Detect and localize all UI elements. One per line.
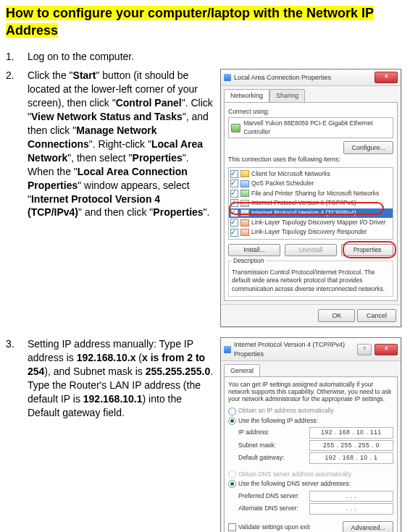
description-label: Description: [232, 257, 266, 265]
page-title-wrap: How to configure your computer/laptop wi…: [6, 4, 404, 40]
subnet-mask-field[interactable]: 255 . 255 . 255 . 0: [309, 440, 393, 451]
radio-manual-dns[interactable]: Use the following DNS server addresses:: [228, 480, 393, 488]
window-icon: [224, 346, 231, 353]
page-title: How to configure your computer/laptop wi…: [6, 6, 374, 38]
ip-address-field[interactable]: 192 . 168 . 10 . 111: [309, 427, 393, 438]
subnet-mask-label: Subnet mask:: [238, 442, 309, 449]
dialog-lan-properties: Local Area Connection Properties ✕ Netwo…: [220, 69, 401, 327]
ok-button[interactable]: OK: [318, 309, 355, 322]
step-2-text: Click the "Start" button (it should be l…: [28, 69, 220, 219]
step-1-number: 1.: [6, 50, 28, 64]
default-gateway-field[interactable]: 192 . 168 . 10 . 1: [309, 452, 393, 463]
step-3-row: 3. Setting IP address manually: Type IP …: [6, 337, 404, 532]
uninstall-button: Uninstall: [285, 244, 337, 256]
uses-items-label: This connection uses the following items…: [228, 156, 393, 164]
close-icon[interactable]: ✕: [375, 72, 398, 83]
titlebar[interactable]: Local Area Connection Properties ✕: [221, 69, 401, 86]
checkbox-icon[interactable]: [230, 170, 238, 178]
window-title: Internet Protocol Version 4 (TCP/IPv4) P…: [234, 340, 354, 358]
checkbox-icon[interactable]: [230, 190, 238, 198]
tab-sharing[interactable]: Sharing: [269, 89, 305, 101]
step-2-number: 2.: [6, 69, 28, 83]
list-item[interactable]: Link-Layer Topology Discovery Responder: [251, 228, 367, 236]
alternate-dns-field[interactable]: . . .: [309, 503, 393, 514]
window-icon: [224, 74, 231, 81]
close-icon[interactable]: ✕: [375, 344, 398, 355]
list-item[interactable]: File and Printer Sharing for Microsoft N…: [251, 190, 379, 198]
client-icon: [240, 170, 249, 177]
linklayer-icon: [240, 229, 249, 236]
install-button[interactable]: Install...: [228, 244, 280, 256]
step-1-text: Log on to the computer.: [28, 50, 220, 64]
description-text: Transmission Control Protocol/Internet P…: [232, 269, 390, 293]
help-icon[interactable]: ?: [357, 344, 372, 355]
checkbox-icon[interactable]: [230, 229, 238, 237]
step-1-row: 1. Log on to the computer.: [6, 50, 404, 64]
share-icon: [240, 190, 249, 197]
cancel-button[interactable]: Cancel: [357, 309, 396, 322]
default-gateway-label: Default gateway:: [238, 454, 309, 462]
qos-icon: [240, 180, 249, 187]
tab-networking[interactable]: Networking: [224, 89, 269, 101]
advanced-button[interactable]: Advanced...: [343, 521, 393, 532]
nic-name: Marvell Yukon 88E8059 PCI-E Gigabit Ethe…: [243, 119, 390, 136]
checkbox-icon[interactable]: [230, 219, 238, 227]
intro-text: You can get IP settings assigned automat…: [228, 381, 393, 403]
step-3-text: Setting IP address manually: Type IP add…: [28, 337, 220, 419]
radio-auto-dns: Obtain DNS server address automatically: [228, 470, 393, 478]
protocol-list[interactable]: Client for Microsoft Networks QoS Packet…: [228, 167, 393, 240]
radio-auto-ip[interactable]: Obtain an IP address automatically: [228, 407, 393, 415]
window-title: Local Area Connection Properties: [234, 73, 372, 82]
annotation-circle: [343, 241, 396, 258]
nic-icon: [231, 124, 240, 132]
list-item[interactable]: Client for Microsoft Networks: [251, 170, 330, 178]
list-item[interactable]: Link-Layer Topology Discovery Mapper I/O…: [251, 219, 386, 227]
nic-combo[interactable]: Marvell Yukon 88E8059 PCI-E Gigabit Ethe…: [228, 117, 393, 138]
alternate-dns-label: Alternate DNS server:: [238, 504, 309, 512]
linklayer-icon: [240, 219, 249, 227]
dialog-ipv4-properties: Internet Protocol Version 4 (TCP/IPv4) P…: [220, 337, 401, 532]
preferred-dns-label: Preferred DNS server:: [238, 492, 309, 500]
radio-manual-ip[interactable]: Use the following IP address:: [228, 417, 393, 425]
tab-general[interactable]: General: [224, 364, 260, 376]
annotation-circle: [229, 202, 384, 215]
validate-checkbox[interactable]: Validate settings upon exit: [228, 523, 310, 531]
step-2-row: 2. Click the "Start" button (it should b…: [6, 69, 404, 327]
preferred-dns-field[interactable]: . . .: [309, 491, 393, 502]
checkbox-icon[interactable]: [230, 180, 238, 187]
titlebar[interactable]: Internet Protocol Version 4 (TCP/IPv4) P…: [221, 338, 401, 360]
configure-button[interactable]: Configure...: [343, 141, 393, 154]
ip-address-label: IP address:: [238, 428, 309, 436]
step-3-number: 3.: [6, 337, 28, 351]
list-item[interactable]: QoS Packet Scheduler: [251, 180, 314, 187]
connect-using-label: Connect using:: [228, 108, 393, 116]
